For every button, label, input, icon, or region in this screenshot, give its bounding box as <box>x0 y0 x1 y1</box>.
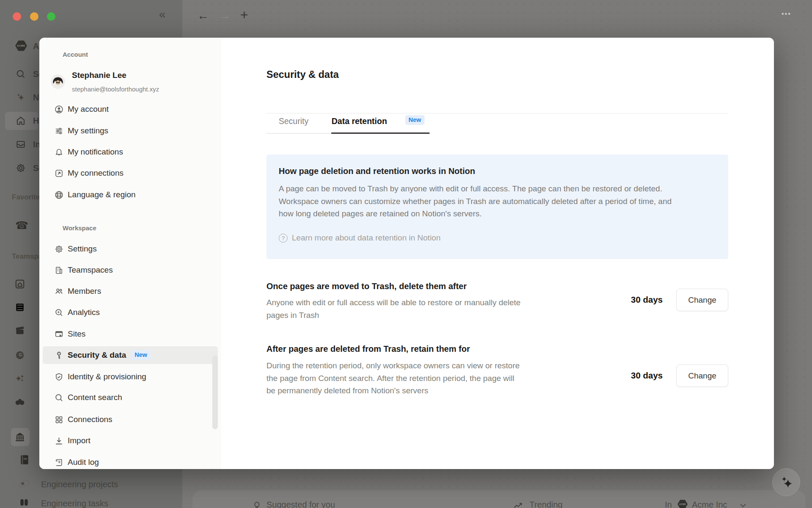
sidebar-item-members[interactable]: Members <box>43 282 218 300</box>
macos-minimize-button[interactable] <box>30 12 38 21</box>
nav-forward-icon[interactable]: → <box>219 9 230 22</box>
workspace-logo[interactable]: ACME <box>15 40 27 51</box>
browser-cursor-icon <box>54 329 64 339</box>
sidebar-item-content-search[interactable]: Content search <box>43 389 218 406</box>
setting-retention-title: After pages are deleted from Trash, reta… <box>266 344 470 354</box>
macos-close-button[interactable] <box>13 12 21 21</box>
sidebar-item-connections[interactable]: Connections <box>43 411 218 428</box>
sidebar-item-import[interactable]: Import <box>43 432 218 450</box>
arrow-out-box-icon <box>54 168 64 178</box>
settings-gear-icon[interactable] <box>15 163 26 174</box>
people-icon <box>54 286 64 296</box>
tab-new-badge: New <box>405 115 425 125</box>
sidebar-item-audit-log[interactable]: Audit log <box>43 453 218 469</box>
change-trash-delete-button[interactable]: Change <box>676 289 728 311</box>
building-icon <box>54 265 64 275</box>
classical-building-emoji-icon[interactable] <box>14 431 25 442</box>
suggested-for-you-label: Suggested for you <box>266 500 335 508</box>
change-retention-button[interactable]: Change <box>676 364 728 387</box>
sidebar-item-my-connections[interactable]: My connections <box>43 164 218 182</box>
page-title: Security & data <box>266 69 339 80</box>
inbox-icon[interactable] <box>15 139 26 150</box>
nav-back-icon[interactable]: ← <box>197 9 209 22</box>
scroll-icon <box>54 457 64 467</box>
sidebar-item-settings[interactable]: Settings <box>43 240 218 258</box>
notion-ai-sparkle-icon[interactable] <box>15 92 26 103</box>
user-name[interactable]: Stephanie Lee <box>72 71 126 80</box>
shooting-star-emoji-icon[interactable] <box>18 478 30 490</box>
in-label: In <box>665 500 672 508</box>
sidebar-item-sites[interactable]: Sites <box>43 325 218 343</box>
more-menu-icon[interactable]: ••• <box>782 10 791 18</box>
sidebar-item-language-region[interactable]: Language & region <box>43 186 218 204</box>
settings-content: Security & data Security Data retention … <box>221 38 774 469</box>
shell-emoji-icon[interactable] <box>14 350 25 361</box>
gear-icon <box>54 244 64 254</box>
active-tab-underline <box>331 133 430 134</box>
film-frames-icon[interactable] <box>14 302 25 313</box>
setting-trash-delete-value: 30 days <box>631 295 663 305</box>
macos-zoom-button[interactable] <box>47 12 55 21</box>
sidebar-item-my-notifications[interactable]: My notifications <box>43 143 218 161</box>
page-engineering-tasks[interactable]: Engineering tasks <box>41 499 108 508</box>
setting-trash-delete-title: Once pages are moved to Trash, delete th… <box>266 282 467 291</box>
globe-icon <box>54 190 64 200</box>
settings-modal: Account Stephanie Lee stephanie@toolsfor… <box>39 38 774 469</box>
clapperboard-icon[interactable] <box>14 325 25 336</box>
sliders-icon <box>54 126 64 136</box>
sidebar-item-my-settings[interactable]: My settings <box>43 122 218 140</box>
search-icon[interactable] <box>15 69 26 80</box>
search-icon <box>54 392 64 403</box>
phone-emoji-icon[interactable]: ☎ <box>15 219 28 232</box>
setting-trash-delete-description: Anyone with edit or full access will be … <box>266 296 522 321</box>
grid-squares-icon <box>54 414 64 425</box>
trending-label: Trending <box>529 500 562 508</box>
tab-baseline <box>266 133 331 134</box>
tab-security[interactable]: Security <box>279 116 308 126</box>
bell-icon <box>54 147 64 157</box>
tab-data-retention[interactable]: Data retention <box>332 116 387 126</box>
user-email: stephanie@toolsforthought.xyz <box>72 86 159 93</box>
screen: ACME Acme Inc Search Notion AI Home Inbo… <box>0 0 812 508</box>
notebook-emoji-icon[interactable] <box>19 454 30 465</box>
workspace-section-label: Workspace <box>63 224 96 232</box>
setting-retention-description: During the retention period, only worksp… <box>266 359 522 397</box>
title-divider <box>266 113 728 113</box>
sidebar-item-teamspaces[interactable]: Teamspaces <box>43 261 218 279</box>
sidebar-collapse-icon[interactable]: « <box>159 8 166 21</box>
sparkles-emoji-icon[interactable] <box>14 373 25 384</box>
sidebar-item-my-account[interactable]: My account <box>43 100 218 118</box>
sidebar-item-security-data[interactable]: Security & data New <box>43 346 218 364</box>
help-circle-icon: ? <box>279 234 288 243</box>
settings-sidebar: Account Stephanie Lee stephanie@toolsfor… <box>39 38 221 469</box>
notion-ai-fab <box>772 468 800 496</box>
key-icon <box>54 350 64 360</box>
page-engineering-projects[interactable]: Engineering projects <box>41 480 118 489</box>
team-home-icon[interactable] <box>14 279 25 290</box>
info-box-title: How page deletion and retention works in… <box>279 166 475 176</box>
chevron-down-icon[interactable] <box>739 502 747 508</box>
sidebar-item-identity-provisioning[interactable]: Identity & provisioning <box>43 368 218 386</box>
download-arrow-icon <box>54 436 64 446</box>
magnifier-sparkle-icon <box>54 307 64 318</box>
info-box: How page deletion and retention works in… <box>266 155 728 259</box>
sidebar-scrollbar-thumb[interactable] <box>212 356 218 429</box>
trending-icon <box>513 501 523 508</box>
shield-check-icon <box>54 372 64 382</box>
suggested-icon <box>252 500 262 508</box>
binoculars-emoji-icon[interactable] <box>14 396 25 407</box>
learn-more-link[interactable]: ? Learn more about data retention in Not… <box>279 233 441 243</box>
ai-sparkles-icon <box>779 475 793 489</box>
binoculars-dark-icon[interactable] <box>19 498 30 508</box>
user-avatar[interactable] <box>51 75 65 89</box>
person-circle-icon <box>54 104 64 114</box>
home-icon[interactable] <box>15 115 26 126</box>
account-section-label: Account <box>63 51 88 58</box>
new-badge: New <box>131 350 151 360</box>
info-box-body: A page can be moved to Trash by anyone w… <box>279 182 685 220</box>
workspace-filter-label[interactable]: Acme Inc <box>692 500 727 508</box>
sidebar-item-analytics[interactable]: Analytics <box>43 304 218 321</box>
new-tab-icon[interactable]: + <box>240 7 248 23</box>
setting-retention-value: 30 days <box>631 370 663 381</box>
